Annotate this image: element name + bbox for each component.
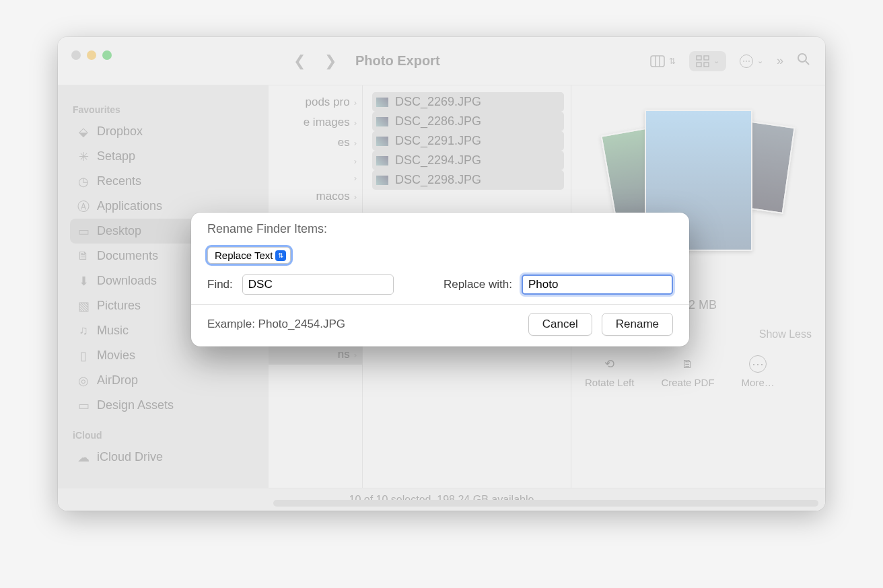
sidebar-item-dropbox[interactable]: ⬙Dropbox	[70, 119, 262, 144]
image-thumbnail-icon	[376, 137, 388, 146]
search-button[interactable]	[797, 52, 810, 69]
overflow-button[interactable]: »	[777, 54, 783, 68]
chevron-down-icon: ⌄	[757, 57, 763, 65]
rename-mode-label: Replace Text	[215, 250, 273, 261]
sidebar-item-icloud-drive[interactable]: ☁iCloud Drive	[70, 445, 262, 470]
file-row[interactable]: DSC_2294.JPG	[372, 151, 564, 170]
double-chevron-icon: »	[777, 54, 783, 68]
list-item[interactable]: es›	[269, 133, 362, 153]
toolbar-right: ⇅ ⌄ ⋯ ⌄ »	[650, 51, 810, 71]
svg-rect-4	[704, 56, 709, 60]
svg-line-8	[806, 61, 809, 65]
action-menu-button[interactable]: ⋯ ⌄	[740, 54, 763, 68]
rotate-icon: ⟲	[601, 355, 619, 373]
image-thumbnail-icon	[376, 98, 388, 107]
desktop-icon: ▭	[77, 225, 90, 238]
list-item[interactable]: ›	[269, 170, 362, 186]
chevron-right-icon: ›	[354, 350, 357, 360]
find-label: Find:	[207, 278, 233, 291]
show-less-button[interactable]: Show Less	[759, 328, 812, 340]
chevron-right-icon: ›	[354, 192, 357, 202]
replace-label: Replace with:	[444, 278, 512, 291]
setapp-icon: ✳	[77, 150, 90, 163]
download-icon: ⬇	[77, 274, 90, 288]
image-thumbnail-icon	[376, 117, 388, 126]
document-icon: 🗎	[679, 355, 697, 373]
airdrop-icon: ◎	[77, 374, 90, 388]
sidebar-item-movies[interactable]: ▯Movies	[70, 343, 262, 368]
file-row[interactable]: DSC_2298.JPG	[372, 170, 564, 190]
file-row[interactable]: DSC_2286.JPG	[372, 112, 564, 131]
chevron-updown-icon: ⇅	[275, 250, 286, 261]
list-item[interactable]: pods pro›	[269, 92, 362, 112]
svg-point-7	[798, 54, 806, 62]
picture-icon: ▧	[77, 299, 90, 313]
folder-icon: ▭	[77, 399, 90, 412]
movie-icon: ▯	[77, 349, 90, 363]
sidebar-section-favourites: Favourites	[73, 104, 262, 115]
ellipsis-circle-icon: ⋯	[740, 54, 753, 68]
window-title: Photo Export	[355, 53, 440, 69]
image-thumbnail-icon	[376, 176, 388, 185]
clock-icon: ◷	[77, 175, 90, 188]
group-by-button[interactable]: ⌄	[689, 51, 726, 71]
image-thumbnail-icon	[376, 156, 388, 166]
quick-actions: ⟲Rotate Left 🗎Create PDF ⋯More…	[585, 355, 812, 388]
list-item[interactable]: ›	[269, 153, 362, 170]
chevron-right-icon: ›	[354, 118, 357, 128]
sidebar-item-setapp[interactable]: ✳Setapp	[70, 144, 262, 169]
chevron-right-icon: ›	[354, 138, 357, 148]
rename-mode-select[interactable]: Replace Text ⇅	[207, 247, 291, 264]
svg-rect-3	[697, 56, 701, 60]
svg-rect-6	[704, 63, 709, 67]
minimize-window-button[interactable]	[87, 50, 96, 60]
titlebar: ❮ ❯ Photo Export ⇅ ⌄ ⋯ ⌄ »	[58, 37, 825, 85]
chevron-right-icon: ›	[354, 98, 357, 108]
nav-arrows: ❮ ❯	[293, 52, 337, 70]
file-row[interactable]: DSC_2269.JPG	[372, 92, 564, 112]
chevron-down-icon: ⌄	[713, 57, 719, 65]
svg-rect-5	[697, 63, 701, 67]
forward-button[interactable]: ❯	[324, 52, 337, 70]
close-window-button[interactable]	[71, 50, 81, 60]
rename-dialog: Rename Finder Items: Replace Text ⇅ Find…	[191, 213, 689, 346]
music-icon: ♫	[77, 324, 90, 338]
list-item[interactable]: e images›	[269, 112, 362, 133]
list-item[interactable]: macos›	[269, 186, 362, 207]
sidebar-item-recents[interactable]: ◷Recents	[70, 169, 262, 194]
statusbar: 10 of 10 selected, 198.24 GB available	[58, 488, 825, 511]
svg-rect-0	[651, 56, 664, 67]
sidebar-section-icloud: iCloud	[73, 430, 262, 441]
file-row[interactable]: DSC_2291.JPG	[372, 131, 564, 151]
cancel-button[interactable]: Cancel	[528, 313, 592, 336]
dropbox-icon: ⬙	[77, 125, 90, 139]
sidebar-item-airdrop[interactable]: ◎AirDrop	[70, 368, 262, 393]
document-icon: 🗎	[77, 250, 90, 263]
replace-input[interactable]	[522, 274, 673, 295]
chevron-right-icon: ›	[354, 173, 357, 183]
fullscreen-window-button[interactable]	[102, 50, 112, 60]
horizontal-scrollbar[interactable]	[273, 500, 818, 507]
chevron-right-icon: ›	[354, 156, 357, 166]
dialog-title: Rename Finder Items:	[191, 213, 689, 244]
sidebar-item-design-assets[interactable]: ▭Design Assets	[70, 393, 262, 418]
back-button[interactable]: ❮	[293, 52, 306, 70]
rotate-left-action[interactable]: ⟲Rotate Left	[585, 355, 634, 388]
cloud-icon: ☁	[77, 451, 90, 464]
app-icon: Ⓐ	[77, 200, 90, 213]
example-text: Example: Photo_2454.JPG	[207, 318, 345, 331]
create-pdf-action[interactable]: 🗎Create PDF	[661, 355, 714, 388]
list-item[interactable]: ns›	[269, 344, 362, 365]
view-columns-button[interactable]: ⇅	[650, 55, 676, 67]
rename-button[interactable]: Rename	[602, 313, 673, 336]
chevron-updown-icon: ⇅	[669, 57, 676, 66]
ellipsis-circle-icon: ⋯	[749, 355, 767, 373]
find-input[interactable]	[242, 274, 394, 295]
window-controls	[71, 50, 112, 60]
search-icon	[797, 52, 810, 69]
more-action[interactable]: ⋯More…	[742, 355, 775, 388]
